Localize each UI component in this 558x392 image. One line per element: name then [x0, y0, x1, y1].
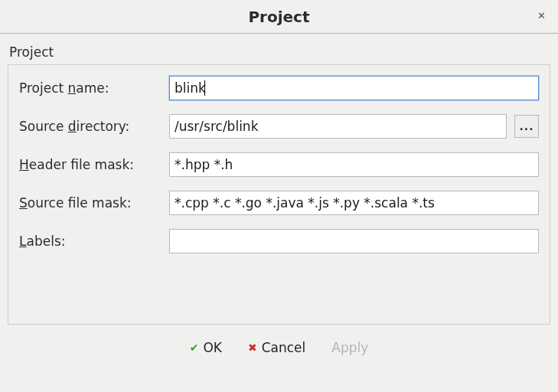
text-caret	[204, 80, 205, 96]
label-project-name: Project name:	[19, 80, 162, 96]
row-header-file-mask: Header file mask:	[19, 152, 539, 177]
label-source-directory: Source directory:	[19, 119, 162, 134]
group-label: Project	[8, 41, 550, 64]
window-title: Project	[248, 8, 309, 26]
header-file-mask-input[interactable]	[169, 152, 539, 177]
row-source-file-mask: Source file mask:	[19, 191, 539, 215]
row-labels: Labels:	[19, 229, 539, 253]
row-source-directory: Source directory: ...	[19, 114, 539, 139]
source-directory-input[interactable]	[169, 114, 507, 139]
label-header-file-mask: Header file mask:	[19, 157, 162, 172]
label-labels: Labels:	[19, 234, 162, 249]
button-bar: ✔ OK ✖ Cancel Apply	[8, 325, 550, 357]
cancel-button[interactable]: ✖ Cancel	[245, 338, 308, 357]
group-box: Project name: blink Source directory: ..…	[8, 64, 550, 325]
labels-input[interactable]	[169, 229, 539, 253]
ok-icon: ✔	[190, 342, 199, 353]
browse-button[interactable]: ...	[514, 115, 539, 138]
cancel-icon: ✖	[248, 342, 257, 353]
ok-button[interactable]: ✔ OK	[187, 338, 225, 357]
title-bar: Project ✕	[0, 0, 558, 34]
dialog-body: Project Project name: blink Source direc…	[0, 34, 558, 357]
label-source-file-mask: Source file mask:	[19, 195, 162, 211]
close-icon[interactable]: ✕	[534, 8, 549, 24]
project-name-input[interactable]: blink	[169, 76, 539, 100]
apply-button: Apply	[328, 338, 371, 357]
row-project-name: Project name: blink	[19, 76, 539, 100]
source-file-mask-input[interactable]	[169, 191, 539, 215]
